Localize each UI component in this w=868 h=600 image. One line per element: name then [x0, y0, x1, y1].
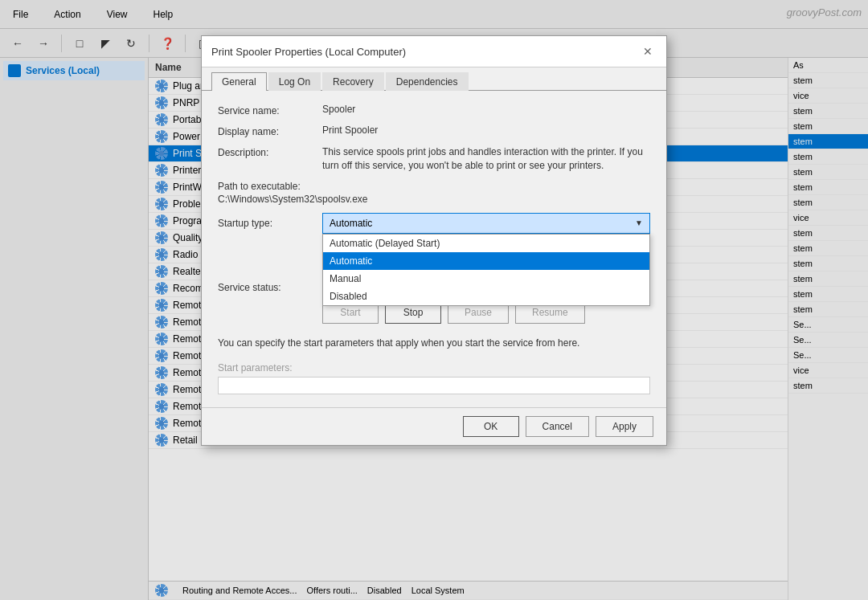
service-name-label: Service name:	[218, 104, 322, 116]
option-manual[interactable]: Manual	[323, 270, 649, 288]
tab-logon[interactable]: Log On	[268, 72, 321, 91]
ok-button[interactable]: OK	[463, 416, 519, 437]
description-value: This service spools print jobs and handl…	[322, 145, 650, 173]
tab-dependencies[interactable]: Dependencies	[386, 72, 469, 91]
dialog-title: Print Spooler Properties (Local Computer…	[211, 46, 406, 58]
properties-dialog: Print Spooler Properties (Local Computer…	[201, 35, 667, 446]
service-name-row: Service name: Spooler	[218, 104, 650, 116]
startup-selected-value: Automatic	[330, 218, 372, 229]
close-button[interactable]: ✕	[639, 43, 657, 60]
display-name-label: Display name:	[218, 124, 322, 137]
description-row: Description: This service spools print j…	[218, 145, 650, 173]
dialog-footer: OK Cancel Apply	[202, 407, 666, 445]
startup-selected[interactable]: Automatic ▼	[322, 213, 650, 234]
chevron-down-icon: ▼	[635, 218, 643, 227]
start-params-input[interactable]	[218, 377, 650, 394]
option-disabled[interactable]: Disabled	[323, 288, 649, 305]
startup-dropdown[interactable]: Automatic ▼ Automatic (Delayed Start) Au…	[322, 213, 650, 234]
dialog-titlebar: Print Spooler Properties (Local Computer…	[202, 36, 666, 67]
option-delayed-start[interactable]: Automatic (Delayed Start)	[323, 235, 649, 252]
cancel-button[interactable]: Cancel	[526, 416, 589, 437]
service-name-value: Spooler	[322, 104, 650, 115]
dialog-body: Service name: Spooler Display name: Prin…	[202, 91, 666, 407]
display-name-value: Print Spooler	[322, 124, 650, 136]
dialog-tabs: General Log On Recovery Dependencies	[202, 67, 666, 91]
path-label: Path to executable:	[218, 181, 650, 192]
description-label: Description:	[218, 145, 322, 158]
startup-type-label: Startup type:	[218, 218, 322, 229]
tab-recovery[interactable]: Recovery	[322, 72, 384, 91]
info-text: You can specify the start parameters tha…	[218, 337, 650, 350]
path-value: C:\Windows\System32\spoolsv.exe	[218, 194, 650, 205]
option-automatic[interactable]: Automatic	[323, 252, 649, 270]
startup-options-list[interactable]: Automatic (Delayed Start) Automatic Manu…	[322, 234, 650, 306]
display-name-row: Display name: Print Spooler	[218, 124, 650, 137]
tab-general[interactable]: General	[211, 72, 267, 91]
dialog-overlay: Print Spooler Properties (Local Computer…	[0, 0, 868, 600]
start-params-label: Start parameters:	[218, 362, 650, 373]
service-status-label: Service status:	[218, 282, 322, 293]
startup-row: Startup type: Automatic ▼ Automatic (Del…	[218, 213, 650, 234]
path-section: Path to executable: C:\Windows\System32\…	[218, 181, 650, 205]
apply-button[interactable]: Apply	[596, 416, 653, 437]
